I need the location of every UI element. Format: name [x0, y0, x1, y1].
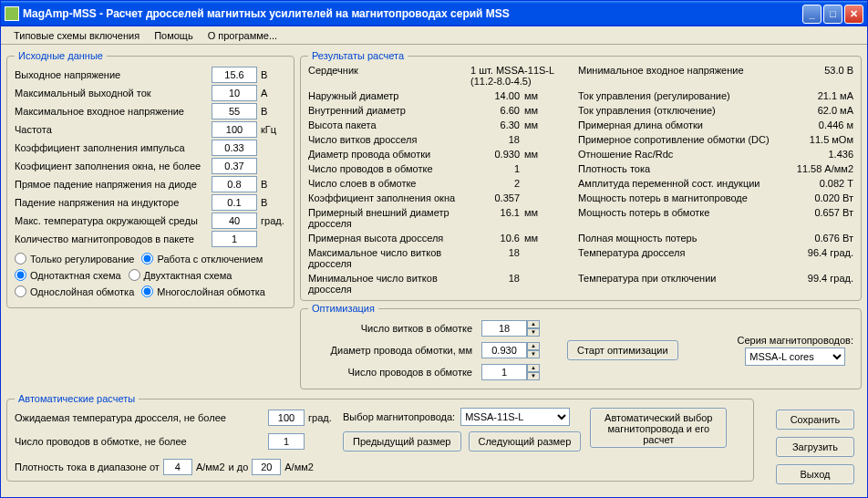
result-label: Внутренний диаметр [308, 105, 463, 116]
j-unit-1: А/мм2 [196, 462, 225, 472]
result-value: 6.60 [465, 105, 520, 116]
radio-reg-only[interactable]: Только регулирование [15, 253, 134, 265]
result-value: 11.5 мОм [785, 134, 853, 145]
duty-input[interactable] [212, 140, 257, 156]
result-value: 10.6 [465, 233, 520, 244]
menu-about[interactable]: О программе... [201, 28, 284, 43]
result-value: 0.676 Вт [785, 233, 853, 244]
vin-unit: В [257, 106, 286, 117]
auto-select-button[interactable]: Автоматический выбор магнитопровода и ег… [590, 408, 727, 448]
result-value: 18 [465, 273, 520, 295]
auto-legend: Автоматические расчеты [15, 393, 139, 404]
result-label: Наружный диаметр [308, 90, 463, 101]
radio-with-off[interactable]: Работа с отключением [141, 253, 263, 265]
jfrom-input[interactable] [163, 459, 192, 475]
series-select[interactable]: MSSA-L cores [745, 348, 845, 366]
result-label: Ток управления (отключение) [578, 105, 783, 116]
result-unit: мм [522, 105, 576, 116]
result-label: Число проводов в обмотке [308, 163, 463, 174]
spin-up-icon[interactable]: ▲ [527, 342, 540, 350]
auto-fieldset: Автоматические расчеты Ожидаемая темпера… [6, 393, 754, 482]
auto-nwire-input[interactable] [268, 433, 305, 450]
result-label: Сердечник [308, 65, 463, 87]
menu-schemes[interactable]: Типовые схемы включения [6, 28, 147, 43]
prev-size-button[interactable]: Предыдущий размер [343, 431, 461, 451]
freq-input[interactable] [212, 121, 257, 138]
jto-label: и до [229, 462, 249, 472]
ta-unit: град. [257, 215, 286, 226]
result-value: 0.930 [465, 149, 520, 160]
result-value: 16.1 [465, 207, 520, 229]
result-value: 6.30 [465, 119, 520, 130]
ncore-input[interactable] [212, 231, 257, 247]
auto-nwire-label: Число проводов в обмотке, не более [15, 436, 268, 447]
result-label: Примерная длина обмотки [578, 119, 783, 130]
result-label: Примерная высота дросселя [308, 233, 463, 244]
load-button[interactable]: Загрузить [776, 437, 854, 457]
result-unit: мм [522, 207, 576, 229]
radio-double[interactable]: Двухтактная схема [129, 269, 232, 281]
result-label: Примерный внешний диаметр дросселя [308, 207, 463, 229]
result-label: Полная мощность потерь [578, 233, 783, 244]
spin-up-icon[interactable]: ▲ [527, 320, 540, 328]
opt-nwires-spinner[interactable]: ▲▼ [481, 364, 540, 380]
vd-label: Прямое падение напряжения на диоде [15, 179, 212, 190]
spin-up-icon[interactable]: ▲ [527, 364, 540, 372]
texp-input[interactable] [268, 410, 305, 426]
result-label: Температура при отключении [578, 273, 783, 295]
result-unit: мм [522, 90, 576, 101]
radio-single-layer[interactable]: Однослойная обмотка [15, 285, 134, 297]
close-button[interactable]: ✕ [844, 5, 863, 24]
result-value: 11.58 А/мм2 [785, 163, 853, 174]
input-fieldset: Исходные данные Выходное напряжениеВ Мак… [6, 50, 294, 308]
exit-button[interactable]: Выход [776, 464, 854, 484]
iout-unit: А [257, 88, 286, 99]
iout-input[interactable] [212, 85, 257, 101]
result-label: Ток управления (регулирование) [578, 90, 783, 101]
save-button[interactable]: Сохранить [776, 410, 854, 430]
vl-input[interactable] [212, 194, 257, 211]
result-label: Температура дросселя [578, 247, 783, 269]
result-label: Число слоев в обмотке [308, 178, 463, 189]
result-unit [522, 192, 576, 203]
jto-input[interactable] [252, 459, 281, 475]
vin-input[interactable] [212, 103, 257, 119]
opt-turns-spinner[interactable]: ▲▼ [481, 320, 540, 337]
result-value: 0.357 [465, 192, 520, 203]
spin-down-icon[interactable]: ▼ [527, 372, 540, 380]
result-unit [522, 134, 576, 145]
result-label: Число витков дросселя [308, 134, 463, 145]
opt-fieldset: Оптимизация Число витков в обмотке ▲▼ Ди… [300, 303, 862, 389]
opt-wdia-spinner[interactable]: ▲▼ [481, 342, 540, 358]
vout-unit: В [257, 69, 286, 80]
spin-down-icon[interactable]: ▼ [527, 350, 540, 358]
result-label: Амплитуда переменной сост. индукции [578, 178, 783, 189]
result-unit: мм [522, 149, 576, 160]
spin-down-icon[interactable]: ▼ [527, 328, 540, 337]
vout-input[interactable] [212, 67, 257, 83]
menubar: Типовые схемы включения Помощь О програм… [1, 26, 867, 45]
vd-input[interactable] [212, 176, 257, 192]
vin-label: Максимальное входное напряжение [15, 106, 212, 117]
result-label: Мощность потерь в обмотке [578, 207, 783, 229]
vd-unit: В [257, 179, 286, 190]
menu-help[interactable]: Помощь [147, 28, 201, 43]
result-label: Мощность потерь в магнитопроводе [578, 192, 783, 203]
result-value: 1 шт. MSSA-11S-L (11.2-8.0-4.5) [465, 65, 576, 87]
wfill-input[interactable] [212, 158, 257, 174]
app-icon [5, 6, 19, 21]
start-opt-button[interactable]: Старт оптимизации [567, 340, 678, 360]
next-size-button[interactable]: Следующий размер [469, 431, 582, 451]
result-label: Отношение Rac/Rdc [578, 149, 783, 160]
radio-multi-layer[interactable]: Многослойная обмотка [141, 285, 265, 297]
freq-label: Частота [15, 124, 212, 135]
radio-single[interactable]: Однотактная схема [15, 269, 121, 281]
ta-input[interactable] [212, 213, 257, 229]
result-label: Плотность тока [578, 163, 783, 174]
minimize-button[interactable]: _ [802, 5, 822, 24]
results-fieldset: Результаты расчета Сердечник1 шт. MSSA-1… [300, 50, 862, 301]
result-value: 0.020 Вт [785, 192, 853, 203]
core-select[interactable]: MSSA-11S-L [460, 408, 570, 426]
result-value: 0.446 м [785, 119, 853, 130]
maximize-button[interactable]: □ [823, 5, 842, 24]
